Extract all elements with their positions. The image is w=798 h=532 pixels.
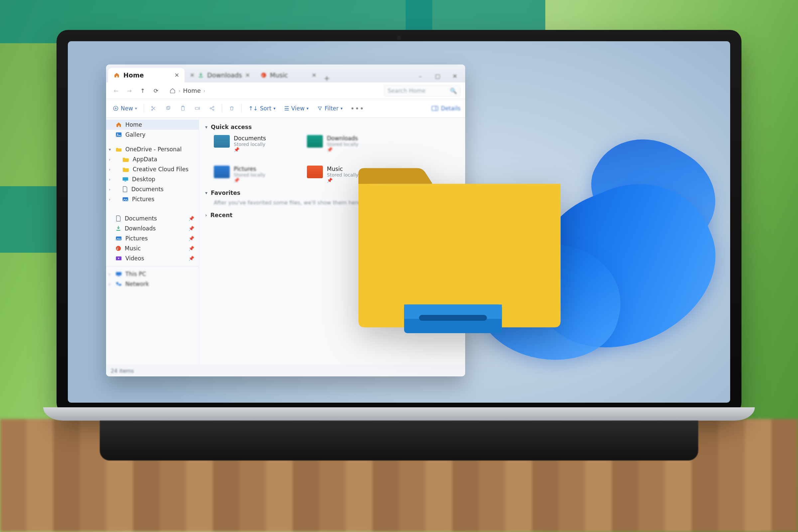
copy-button[interactable]: [163, 104, 173, 113]
paste-button[interactable]: [178, 104, 188, 113]
music-icon: [115, 245, 121, 251]
sidebar-item-label: Videos: [125, 255, 144, 262]
pin-icon: 📌: [234, 177, 265, 183]
sidebar-item-creative-cloud[interactable]: ›Creative Cloud Files: [106, 164, 199, 174]
close-tab-icon[interactable]: ✕: [245, 72, 250, 78]
desktop-icon: [122, 176, 129, 182]
sidebar-item-pictures[interactable]: ›Pictures: [106, 194, 199, 204]
item-count: 24 items: [111, 368, 134, 374]
quick-access-pictures[interactable]: PicturesStored locally📌: [214, 166, 293, 183]
tab-downloads[interactable]: ✕ Downloads ✕: [185, 68, 255, 82]
sidebar-item-network[interactable]: ›Network: [106, 279, 199, 289]
quick-access-documents[interactable]: DocumentsStored locally📌: [214, 135, 293, 152]
pictures-icon: [122, 196, 129, 202]
sidebar-item-downloads-pinned[interactable]: Downloads📌: [106, 224, 199, 233]
sidebar-item-documents-pinned[interactable]: Documents📌: [106, 213, 199, 224]
svg-rect-13: [432, 106, 438, 110]
home-icon: [169, 88, 176, 94]
button-label: Details: [441, 105, 460, 112]
pin-icon: 📌: [327, 147, 358, 152]
svg-rect-16: [123, 177, 128, 180]
chevron-right-icon: ›: [109, 157, 110, 162]
laptop: Home ✕ ✕ Downloads ✕: [43, 30, 755, 515]
sidebar-item-label: OneDrive - Personal: [125, 146, 182, 153]
close-tab-icon[interactable]: ✕: [174, 72, 179, 78]
minimize-button[interactable]: –: [412, 70, 429, 82]
item-title: Documents: [234, 135, 266, 141]
cloud-folder-icon: [115, 147, 122, 152]
nav-forward-button[interactable]: →: [124, 86, 135, 96]
tab-music[interactable]: Music ✕: [255, 68, 322, 82]
item-title: Pictures: [234, 166, 265, 172]
svg-point-15: [117, 134, 118, 135]
chevron-right-icon: ›: [204, 88, 206, 93]
new-button[interactable]: New ▾: [111, 104, 139, 113]
sidebar-item-desktop[interactable]: ›Desktop: [106, 174, 199, 184]
sidebar-item-label: Downloads: [125, 225, 156, 232]
new-tab-button[interactable]: +: [322, 74, 332, 82]
share-button[interactable]: [207, 104, 217, 113]
sidebar-item-label: Documents: [125, 215, 157, 222]
rename-button[interactable]: [192, 104, 203, 113]
laptop-screen: Home ✕ ✕ Downloads ✕: [68, 41, 730, 403]
chevron-right-icon: ›: [109, 197, 110, 202]
videos-icon: [115, 256, 122, 261]
tab-home[interactable]: Home ✕: [108, 68, 185, 82]
search-input[interactable]: Search Home 🔍: [384, 85, 460, 96]
sidebar-item-label: Gallery: [125, 131, 146, 138]
sidebar-item-onedrive[interactable]: ▾ OneDrive - Personal: [106, 144, 199, 154]
chevron-down-icon: ▾: [205, 190, 208, 195]
item-subtitle: Stored locally: [327, 141, 358, 147]
command-bar: New ▾ ↑↓ Sort ▾ ☰ View ▾ Filter ▾: [106, 99, 465, 118]
close-tab-icon[interactable]: ✕: [312, 72, 317, 78]
copy-icon: [165, 106, 171, 111]
more-button[interactable]: [349, 106, 365, 111]
folder-thumb-icon: [307, 166, 323, 178]
sidebar-item-documents[interactable]: ›Documents: [106, 184, 199, 194]
sidebar-item-videos-pinned[interactable]: Videos📌: [106, 253, 199, 263]
paste-icon: [180, 106, 186, 111]
filter-button[interactable]: Filter ▾: [315, 104, 344, 113]
nav-back-button[interactable]: ←: [111, 86, 121, 96]
button-label: New: [121, 105, 133, 112]
details-pane-button[interactable]: Details: [432, 105, 460, 112]
cut-button[interactable]: [149, 104, 158, 113]
sort-button[interactable]: ↑↓ Sort ▾: [246, 104, 277, 113]
sidebar-item-label: Creative Cloud Files: [133, 166, 189, 173]
folder-thumb-icon: [214, 135, 230, 148]
svg-rect-23: [116, 272, 122, 275]
close-window-button[interactable]: ✕: [446, 70, 463, 82]
sidebar-item-label: Music: [125, 245, 141, 252]
quick-access-downloads[interactable]: DownloadsStored locally📌: [307, 135, 387, 152]
downloads-icon: [198, 72, 204, 78]
close-tab-icon[interactable]: ✕: [190, 72, 194, 78]
divider: [144, 104, 144, 113]
maximize-button[interactable]: ▢: [429, 70, 446, 82]
chevron-down-icon: ▾: [273, 106, 275, 111]
sidebar-item-home[interactable]: Home: [106, 120, 199, 130]
sidebar-item-pictures-pinned[interactable]: Pictures📌: [106, 233, 199, 243]
downloads-icon: [115, 225, 121, 231]
search-placeholder: Search Home: [388, 88, 425, 94]
breadcrumb[interactable]: › Home ›: [169, 87, 205, 94]
pin-icon: 📌: [189, 246, 194, 251]
chevron-right-icon: ›: [205, 212, 207, 218]
documents-icon: [122, 186, 128, 192]
pin-icon: 📌: [189, 256, 194, 261]
nav-refresh-button[interactable]: ⟳: [151, 86, 161, 96]
chevron-right-icon: ›: [109, 187, 110, 192]
divider: [106, 266, 199, 266]
svg-rect-9: [195, 108, 199, 109]
laptop-hinge: [43, 407, 755, 421]
svg-point-21: [116, 246, 121, 251]
view-button[interactable]: ☰ View ▾: [282, 104, 311, 113]
sidebar-item-appdata[interactable]: ›AppData: [106, 154, 199, 164]
cut-icon: [151, 106, 157, 111]
sidebar-item-gallery[interactable]: Gallery: [106, 130, 199, 140]
sidebar-item-this-pc[interactable]: ›This PC: [106, 269, 199, 279]
section-header[interactable]: ▾Quick access: [203, 122, 462, 132]
chevron-right-icon: ›: [178, 88, 180, 93]
delete-button[interactable]: [227, 104, 237, 113]
sidebar-item-music-pinned[interactable]: Music📌: [106, 243, 199, 253]
nav-up-button[interactable]: ↑: [137, 86, 148, 96]
